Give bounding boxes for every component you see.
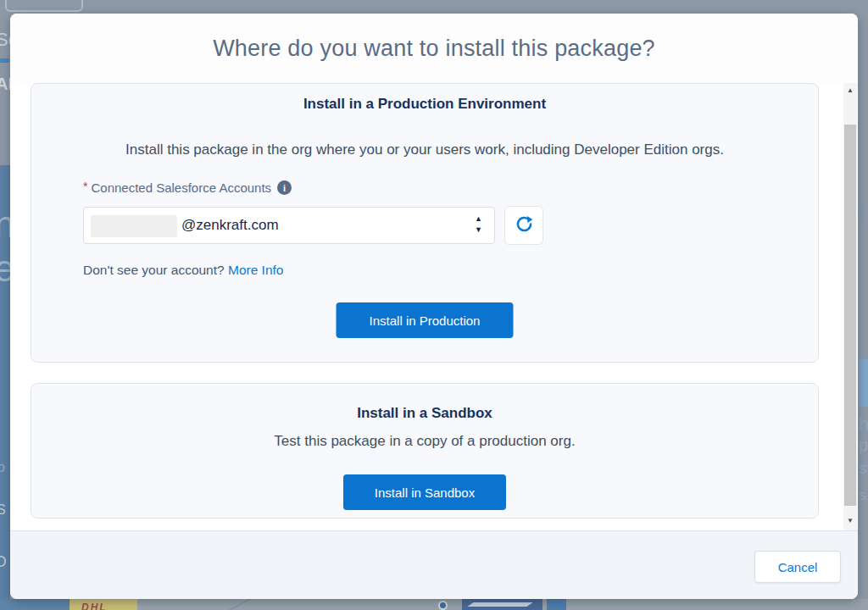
production-section: Install in a Production Environment Inst… [31,83,819,363]
production-description: Install this package in the org where yo… [31,141,818,158]
background-carrier-logos-strip: DHL [0,599,868,610]
background-text-fragment: o [0,460,5,475]
refresh-accounts-button[interactable] [504,206,543,245]
connected-accounts-label-row: * Connected Salesforce Accounts i [83,180,292,195]
sandbox-description: Test this package in a copy of a product… [31,433,818,450]
modal-content: Install in a Production Environment Inst… [10,83,858,530]
scroll-up-icon[interactable]: ▲ [843,83,857,98]
background-text-fragment: s [860,488,866,503]
selected-account-value: @zenkraft.com [181,208,279,243]
background-block [0,599,70,610]
sandbox-heading: Install in a Sandbox [31,405,818,422]
background-blue-box [859,359,868,407]
install-package-modal: Where do you want to install this packag… [10,14,858,599]
background-block [547,599,566,610]
modal-scrollbar[interactable]: ▲ ▼ [843,83,857,530]
background-tab-underline [0,58,9,63]
usps-logo [462,599,542,610]
stepper-up-icon: ▲ [475,215,482,222]
info-icon[interactable]: i [277,180,292,195]
install-in-production-button[interactable]: Install in Production [337,302,514,338]
connected-accounts-select[interactable]: @zenkraft.com ▲ ▼ [83,207,495,244]
background-search-box [5,0,83,12]
background-text-fragment: S [0,502,6,518]
account-help-row: Don't see your account? More Info [83,263,283,278]
more-info-link[interactable]: More Info [228,263,283,277]
background-text-fragment: s [860,460,867,478]
scroll-down-icon[interactable]: ▼ [843,513,857,529]
cancel-button[interactable]: Cancel [754,551,841,583]
background-diagonal-line [226,599,253,610]
refresh-icon [515,215,533,236]
background-text-fragment: p [859,435,868,455]
modal-header: Where do you want to install this packag… [10,14,858,83]
background-text-fragment: t [859,203,864,224]
redacted-account-name [91,215,177,237]
account-help-text: Don't see your account? [83,263,225,277]
dhl-logo: DHL [70,599,137,610]
connected-accounts-label: Connected Salesforce Accounts [91,180,271,195]
background-banner-band [0,165,10,599]
modal-footer: Cancel [10,530,858,599]
select-stepper: ▲ ▼ [475,215,482,233]
background-text-fragment: O [0,552,7,571]
background-text-fragment: h [859,413,868,435]
required-asterisk: * [83,180,87,193]
modal-title: Where do you want to install this packag… [10,14,858,83]
background-round-logo [438,601,448,610]
install-in-sandbox-button[interactable]: Install in Sandbox [343,474,506,510]
dhl-logo-text: DHL [81,602,108,610]
screen: Sc AN n e o S O t h p s s DHL Where do y… [0,0,868,610]
sandbox-section: Install in a Sandbox Test this package i… [31,383,819,518]
production-heading: Install in a Production Environment [31,96,818,113]
scrollbar-thumb[interactable] [844,125,856,506]
stepper-down-icon: ▼ [475,226,482,233]
